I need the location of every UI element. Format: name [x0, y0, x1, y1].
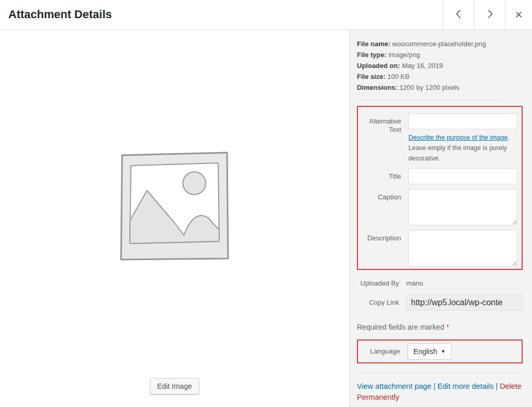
uploaded-by-setting: Uploaded By manu — [357, 275, 523, 288]
alt-text-help-link[interactable]: Describe the purpose of the image — [408, 134, 508, 141]
language-select[interactable]: English ▼ — [407, 343, 451, 360]
caption-textarea[interactable] — [408, 189, 517, 225]
image-placeholder-icon — [117, 149, 232, 263]
file-metadata: File name: woocommerce-placeholder.png F… — [357, 38, 523, 93]
modal-header: Attachment Details ✕ — [0, 0, 532, 30]
meta-dimensions: Dimensions: 1200 by 1200 pixels — [357, 82, 523, 93]
caption-label: Caption — [359, 189, 408, 225]
image-preview — [117, 149, 232, 265]
caption-setting: Caption — [359, 189, 517, 225]
language-setting: Language English ▼ — [358, 343, 522, 360]
uploaded-by-label: Uploaded By — [357, 275, 406, 288]
edit-image-button[interactable]: Edit Image — [150, 378, 200, 395]
edit-more-details-link[interactable]: Edit more details — [437, 382, 494, 390]
page-title: Attachment Details — [0, 0, 443, 30]
required-asterisk: * — [446, 323, 449, 331]
description-label: Description — [359, 230, 408, 266]
meta-filename: File name: woocommerce-placeholder.png — [357, 38, 523, 49]
close-icon: ✕ — [515, 9, 523, 21]
description-textarea[interactable] — [408, 230, 517, 266]
modal-body: Edit Image File name: woocommerce-placeh… — [0, 30, 532, 407]
copy-link-setting: Copy Link — [357, 294, 523, 310]
copy-link-label: Copy Link — [357, 294, 406, 310]
attachment-details-modal: Attachment Details ✕ Ed — [0, 0, 532, 407]
uploaded-by-value: manu — [406, 275, 523, 288]
next-attachment-button[interactable] — [474, 0, 505, 30]
alt-text-setting: Alternative Text Describe the purpose of… — [359, 113, 517, 164]
title-setting: Title — [359, 168, 517, 184]
alt-text-label: Alternative Text — [359, 113, 408, 164]
close-button[interactable]: ✕ — [505, 0, 532, 30]
view-attachment-page-link[interactable]: View attachment page — [357, 382, 431, 390]
alt-text-help: Describe the purpose of the image. Leave… — [408, 132, 517, 164]
attachment-details-sidebar: File name: woocommerce-placeholder.png F… — [349, 30, 532, 407]
attachment-action-links: View attachment page | Edit more details… — [357, 381, 523, 403]
title-input[interactable] — [408, 168, 517, 184]
title-label: Title — [359, 168, 408, 184]
meta-uploaded-on: Uploaded on: May 16, 2019 — [357, 60, 523, 71]
meta-filetype: File type: image/png — [357, 49, 523, 60]
metadata-divider — [357, 100, 502, 100]
copy-link-input[interactable] — [406, 294, 523, 310]
required-fields-note: Required fields are marked * — [357, 323, 523, 331]
chevron-left-icon — [455, 9, 462, 21]
chevron-down-icon: ▼ — [441, 349, 446, 354]
fields-annotation-box: Alternative Text Describe the purpose of… — [357, 106, 523, 270]
language-annotation-box: Language English ▼ — [357, 340, 523, 363]
previous-attachment-button[interactable] — [443, 0, 474, 30]
language-label: Language — [358, 343, 407, 360]
actions-divider — [357, 373, 523, 373]
description-setting: Description — [359, 230, 517, 266]
alt-text-input[interactable] — [408, 113, 517, 129]
chevron-right-icon — [486, 9, 494, 21]
attachment-preview-pane: Edit Image — [0, 30, 349, 407]
meta-filesize: File size: 100 KB — [357, 71, 523, 82]
language-selected-value: English — [414, 347, 437, 356]
